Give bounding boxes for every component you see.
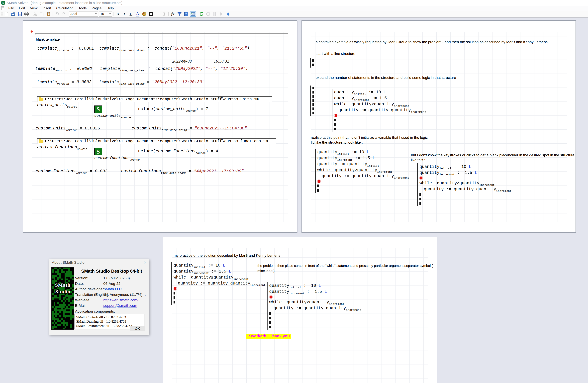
recalculate-button[interactable] <box>198 11 205 17</box>
math-custom-functions-source[interactable]: custom_functionssource <box>37 144 87 150</box>
active-placeholder-icon[interactable] <box>174 287 176 290</box>
menu-calculation[interactable]: Calculation <box>54 6 76 11</box>
placeholder-icon[interactable] <box>334 123 336 126</box>
placeholder-icon[interactable] <box>420 202 421 205</box>
line-structure-empty[interactable] <box>310 58 314 67</box>
stop-button[interactable] <box>205 11 211 17</box>
paste-button[interactable] <box>45 11 52 17</box>
cut-button[interactable] <box>32 11 38 17</box>
copy-button[interactable] <box>39 11 45 17</box>
placeholder-icon[interactable] <box>313 99 314 102</box>
active-placeholder-icon[interactable] <box>270 296 272 298</box>
note-start: start with a line structure <box>316 52 355 56</box>
new-file-button[interactable] <box>3 11 10 17</box>
menu-view[interactable]: View <box>27 6 40 11</box>
open-file-button[interactable] <box>10 11 16 17</box>
undo-button[interactable] <box>54 11 60 17</box>
placeholder-icon[interactable] <box>173 292 175 295</box>
insert-function-button[interactable]: fx <box>170 11 176 17</box>
placeholder-icon[interactable] <box>173 296 175 299</box>
placeholder-icon[interactable] <box>312 59 314 62</box>
close-icon[interactable]: × <box>144 260 147 265</box>
placeholder-icon[interactable] <box>317 185 319 187</box>
active-placeholder-icon[interactable] <box>318 180 320 183</box>
save-button[interactable] <box>17 11 23 17</box>
code-block-while-loop[interactable]: quantityinitial := 10 Lquantityincrement… <box>332 89 426 132</box>
menu-insert[interactable]: Insert <box>40 6 54 11</box>
placeholder-icon[interactable] <box>420 193 421 196</box>
vertical-spacing-button[interactable] <box>161 11 167 17</box>
placeholder-icon[interactable] <box>334 128 336 130</box>
website-link[interactable]: https://en.smath.com/ <box>103 298 146 302</box>
menu-edit[interactable]: Edit <box>17 6 27 11</box>
email-link[interactable]: support@smath.com <box>103 303 146 308</box>
bold-button[interactable]: B <box>114 11 121 17</box>
print-button[interactable] <box>23 11 30 17</box>
placeholder-icon[interactable] <box>312 64 314 66</box>
description-toggle-button[interactable] <box>190 11 196 17</box>
placeholder-icon[interactable] <box>313 112 314 114</box>
placeholder-icon[interactable] <box>420 198 421 200</box>
placeholder-icon[interactable] <box>269 317 271 319</box>
background-color-button[interactable] <box>141 11 147 17</box>
placeholder-icon[interactable] <box>313 87 314 89</box>
code-block-desired[interactable]: quantityinitial := 10 Lquantityincrement… <box>315 149 409 193</box>
math-functions-stamp[interactable]: custom_functionstime_date_stamp = "4Apr2… <box>121 168 244 174</box>
document-icon[interactable] <box>1 6 4 10</box>
unit-button[interactable]: ? <box>183 11 189 17</box>
play-button[interactable] <box>218 11 225 17</box>
placeholder-icon[interactable] <box>313 95 314 98</box>
underline-button[interactable]: U <box>128 11 134 17</box>
placeholder-icon[interactable] <box>317 189 319 192</box>
font-size-select[interactable]: 10 <box>99 11 112 17</box>
placeholder-icon[interactable] <box>269 321 271 324</box>
pause-button[interactable] <box>212 11 218 17</box>
placeholder-icon[interactable] <box>173 301 175 303</box>
placeholder-icon[interactable] <box>334 119 336 121</box>
menu-pages[interactable]: Pages <box>89 6 104 11</box>
filter-button[interactable] <box>176 11 183 17</box>
placeholder-icon[interactable] <box>313 91 314 93</box>
menu-help[interactable]: Help <box>104 6 116 11</box>
math-template-stamp-result[interactable]: templatetime_date_stamp = "20May2022--12… <box>99 79 205 85</box>
code-block-practice[interactable]: quantityinitial := 10 Lquantityincrement… <box>171 262 266 305</box>
code-block-with-blank[interactable]: quantityinitial := 10 Lquantityincrement… <box>417 163 511 206</box>
redo-button[interactable] <box>61 11 67 17</box>
smath-file-icon[interactable]: S <box>94 106 102 113</box>
math-template-version-result[interactable]: templateversion = 0.0002 <box>37 79 91 85</box>
active-placeholder-icon[interactable] <box>420 177 422 179</box>
math-include-units[interactable]: include(custom_unitssource) = 7 <box>136 106 208 112</box>
math-functions-version[interactable]: custom_functionsversion = 0.002 <box>36 168 107 174</box>
code-block-solved[interactable]: quantityinitial := 10 Lquantityincrement… <box>267 282 361 330</box>
active-placeholder-icon[interactable] <box>335 114 336 117</box>
placeholder-icon[interactable] <box>269 312 271 315</box>
custom-units-file-path[interactable]: C:\Users\Joe Cahill\iCloudDrive\X1 Yoga … <box>37 96 272 102</box>
ok-button[interactable]: OK <box>130 326 145 331</box>
math-template-stamp-1[interactable]: templatetime_date_stamp := concat("16Jun… <box>99 45 250 52</box>
font-color-button[interactable]: A <box>134 11 141 17</box>
region-anchor-icon[interactable]: + <box>30 29 33 34</box>
collapse-region-icon[interactable] <box>33 33 35 35</box>
title-bar: S SMath Solver - [debug example - statem… <box>0 0 588 6</box>
placeholder-icon[interactable] <box>313 107 314 110</box>
horizontal-spacing-button[interactable] <box>154 11 161 17</box>
menu-tools[interactable]: Tools <box>76 6 89 11</box>
step-button[interactable] <box>225 11 231 17</box>
font-name-select[interactable]: Arial <box>69 11 98 17</box>
border-toggle-button[interactable] <box>148 11 154 17</box>
author-link[interactable]: SMath LLC <box>103 287 146 291</box>
custom-functions-file-path[interactable]: C:\Users\Joe Cahill\iCloudDrive\X1 Yoga … <box>37 138 276 144</box>
placeholder-icon[interactable] <box>269 326 271 328</box>
smath-file-icon[interactable]: S <box>94 148 102 155</box>
math-template-version-2[interactable]: templateversion := 0.0002 <box>35 66 92 72</box>
math-custom-units-source[interactable]: custom_unitssource <box>37 102 77 108</box>
line-structure-placeholders[interactable] <box>310 85 314 116</box>
math-include-functions[interactable]: include(custom_functionssource) = 4 <box>136 149 218 154</box>
math-template-version-1[interactable]: templateversion := 0.0001 <box>37 45 94 52</box>
menu-file[interactable]: File <box>6 6 17 11</box>
italic-button[interactable]: I <box>121 11 127 17</box>
placeholder-icon[interactable] <box>313 103 314 106</box>
math-units-version[interactable]: custom_unitsversion = 0.0025 <box>36 126 100 131</box>
math-template-stamp-2[interactable]: templatetime_date_stamp := concat("20May… <box>100 66 248 72</box>
math-units-stamp[interactable]: custom_unitstime_date_stamp = "6June2022… <box>132 126 247 131</box>
